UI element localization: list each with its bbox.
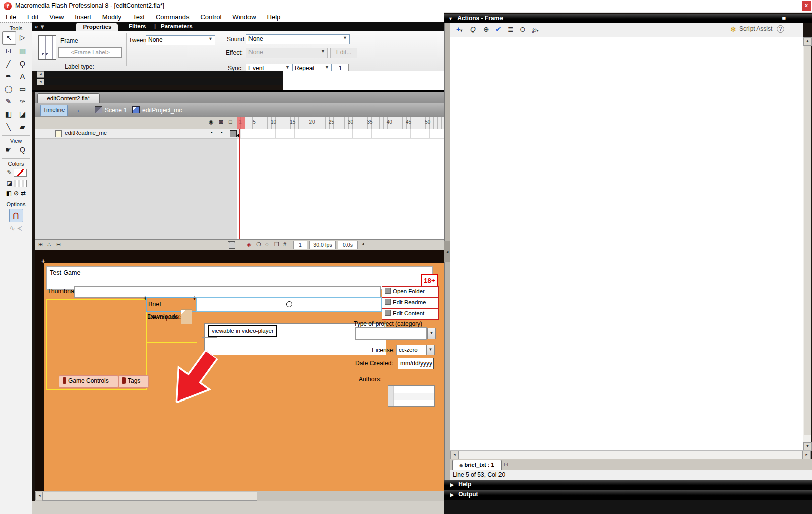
edit-content-button[interactable]: Edit Content: [382, 308, 439, 320]
panel-collapse-arrow[interactable]: ◂: [444, 241, 450, 262]
timeline-scroll-left-icon[interactable]: ◂: [362, 241, 364, 246]
hand-tool-icon[interactable]: ☛: [2, 144, 15, 156]
script-hscrollbar[interactable]: ◂ ▸: [450, 450, 811, 459]
add-motion-guide-button[interactable]: ∴: [47, 241, 51, 248]
text-tool-icon[interactable]: A: [16, 70, 29, 83]
pin-script-icon[interactable]: ⊡: [504, 461, 508, 468]
delete-layer-button[interactable]: [229, 242, 235, 249]
help-panel-bar[interactable]: ▶ Help: [444, 480, 812, 490]
modify-onion-markers-button[interactable]: #: [283, 241, 286, 247]
eraser-tool-icon[interactable]: ▰: [16, 121, 29, 133]
repeat-select[interactable]: Repeat▼: [292, 64, 332, 71]
show-hide-layers-icon[interactable]: ◉: [209, 119, 214, 125]
transform-point[interactable]: [286, 301, 292, 307]
back-button[interactable]: ←: [74, 105, 86, 115]
layer-frames-row[interactable]: [237, 129, 444, 139]
tween-select[interactable]: None▼: [146, 35, 215, 45]
menu-commands[interactable]: Commands: [150, 12, 195, 22]
collapse-icon[interactable]: ▼: [448, 16, 453, 21]
timeline-ruler[interactable]: 15101520253035404550: [237, 117, 444, 129]
date-created-input[interactable]: mm/dd/yyyy: [398, 358, 434, 369]
check-syntax-button[interactable]: ✔: [495, 25, 502, 33]
frame-label-input[interactable]: <Frame Label>: [58, 47, 122, 58]
game-controls-button[interactable]: Game Controls: [59, 375, 118, 388]
menu-text[interactable]: Text: [127, 12, 150, 22]
menu-window[interactable]: Window: [227, 12, 261, 22]
menu-insert[interactable]: Insert: [69, 12, 97, 22]
layer-visible-dot[interactable]: •: [211, 130, 213, 135]
actions-panel-title[interactable]: ▼ Actions - Frame ≡: [444, 14, 812, 23]
selection-tool-icon[interactable]: ↖: [2, 31, 16, 45]
swap-colors-icon[interactable]: ⇄: [21, 190, 26, 197]
no-color-swatch-icon[interactable]: ⊘: [14, 190, 19, 197]
script-tab-brief-txt[interactable]: ◉ brief_txt : 1: [452, 460, 502, 470]
menu-control[interactable]: Control: [195, 12, 227, 22]
license-dropdown[interactable]: cc-zero: [396, 345, 429, 355]
tab-parameters[interactable]: Parameters: [161, 23, 193, 29]
download-file-icon[interactable]: [181, 309, 192, 324]
insert-layer-button[interactable]: ⊞: [38, 241, 43, 248]
auto-format-button[interactable]: ≣: [508, 25, 514, 33]
menu-edit[interactable]: Edit: [22, 12, 44, 22]
hscroll-thumb[interactable]: [42, 492, 257, 501]
script-assist-label[interactable]: Script Assist: [739, 25, 772, 32]
eyedropper-tool-icon[interactable]: ╲: [2, 121, 15, 133]
tags-button[interactable]: Tags: [118, 375, 149, 388]
show-code-hint-button[interactable]: ⊜: [520, 25, 526, 33]
tab-filters[interactable]: Filters: [129, 23, 146, 29]
oval-tool-icon[interactable]: ◯: [2, 83, 15, 95]
find-button[interactable]: Q: [470, 25, 476, 33]
vscroll-up-icon[interactable]: ▲: [803, 37, 812, 46]
document-tab[interactable]: editContent2.fla*: [37, 93, 100, 104]
breadcrumb-scene[interactable]: Scene 1: [95, 106, 127, 114]
debug-options-button[interactable]: ℘▾: [532, 25, 539, 33]
output-panel-bar[interactable]: ▶ Output: [444, 490, 812, 500]
menu-help[interactable]: Help: [262, 12, 286, 22]
effect-edit-button[interactable]: Edit...: [330, 48, 357, 58]
add-script-button[interactable]: +▾: [456, 25, 462, 33]
script-editor[interactable]: [450, 37, 803, 450]
help-icon[interactable]: ?: [777, 25, 784, 33]
edit-readme-button[interactable]: Edit Readme: [382, 297, 439, 309]
pencil-tool-icon[interactable]: ✎: [2, 95, 15, 108]
panel-collapse-icon[interactable]: « ▼: [35, 24, 45, 30]
menu-file[interactable]: File: [0, 12, 22, 22]
sync-select[interactable]: Event▼: [246, 64, 292, 71]
authors-list[interactable]: [388, 385, 435, 407]
scroll-left-icon[interactable]: ◂: [37, 71, 44, 78]
insert-target-path-button[interactable]: ⊕: [483, 25, 489, 33]
gradient-transform-tool-icon[interactable]: ▦: [16, 45, 29, 58]
vscroll-down-icon[interactable]: ▼: [803, 442, 812, 451]
menu-modify[interactable]: Modify: [97, 12, 127, 22]
brush-tool-icon[interactable]: ✑: [16, 95, 29, 108]
lasso-tool-icon[interactable]: Ϙ: [16, 58, 29, 70]
category-dropdown[interactable]: [355, 327, 427, 340]
frames-grid[interactable]: [237, 129, 444, 239]
rectangle-tool-icon[interactable]: ▭: [16, 83, 29, 95]
playhead-line[interactable]: [239, 129, 240, 239]
script-assist-wand-icon[interactable]: ✻: [730, 25, 736, 33]
license-dropdown-arrow[interactable]: ▼: [426, 345, 435, 355]
black-white-swatch-icon[interactable]: ◧: [6, 190, 12, 197]
open-folder-button[interactable]: Open Folder: [382, 286, 439, 298]
timeline-layer-editReadme_mc[interactable]: editReadme_mc••: [35, 129, 237, 139]
free-transform-tool-icon[interactable]: ⊡: [2, 45, 15, 58]
outline-layers-icon[interactable]: □: [229, 119, 232, 125]
vscroll-thumb[interactable]: [804, 46, 811, 435]
edit-multiple-frames-button[interactable]: ❒: [274, 241, 279, 248]
menu-view[interactable]: View: [44, 12, 69, 22]
center-frame-button[interactable]: ◈: [247, 241, 251, 248]
close-button[interactable]: x: [802, 1, 811, 11]
stroke-color-swatch[interactable]: [14, 169, 27, 177]
ink-bottle-tool-icon[interactable]: ◧: [2, 108, 15, 121]
category-dropdown-arrow[interactable]: ▼: [427, 328, 436, 339]
repeat-count-input[interactable]: 1: [332, 64, 349, 71]
brief-description-field[interactable]: [196, 297, 382, 312]
playhead-marker[interactable]: [237, 117, 245, 130]
download-item-label[interactable]: viewable in video-player: [208, 325, 277, 337]
document-hscrollbar[interactable]: ◂: [35, 491, 444, 501]
fill-color-icon[interactable]: ◪: [6, 179, 14, 188]
fill-color-swatch[interactable]: [14, 180, 27, 187]
pen-tool-icon[interactable]: ✒: [2, 70, 15, 83]
thumbnail-field[interactable]: [74, 286, 381, 298]
